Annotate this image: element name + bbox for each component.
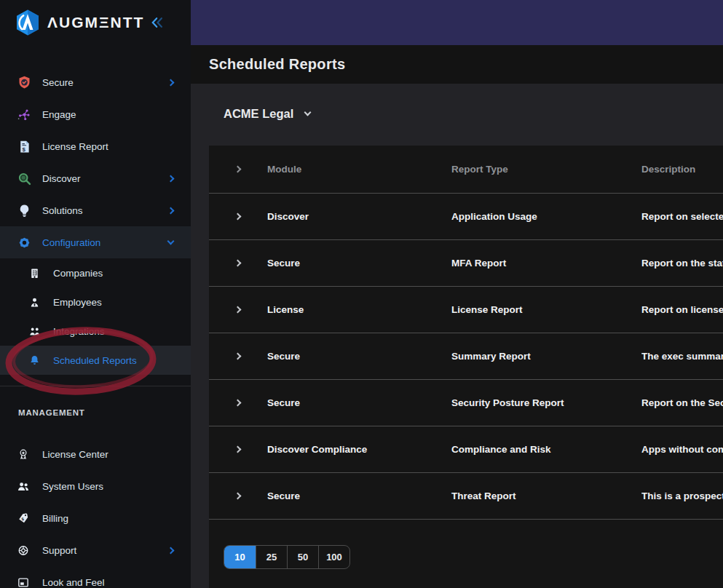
sidebar-item-engage[interactable]: Engage	[0, 98, 191, 130]
row-expand-icon[interactable]	[234, 400, 242, 407]
row-expand-icon[interactable]	[234, 493, 242, 500]
company-selector-label: ACME Legal	[224, 107, 293, 121]
management-nav: License CenterSystem Users$BillingSuppor…	[0, 438, 191, 588]
gear-icon	[15, 234, 33, 250]
sidebar-item-label: Support	[42, 545, 76, 556]
cell-module: Secure	[267, 397, 451, 408]
main-area: Scheduled Reports ACME Legal Module Repo…	[191, 0, 723, 588]
table-header-row: Module Report Type Description	[209, 146, 723, 194]
row-expand-icon[interactable]	[234, 260, 242, 267]
sidebar-item-label: Engage	[42, 109, 76, 120]
brand: ΛUGMΞNTT	[0, 0, 191, 45]
sidebar-item-companies[interactable]: Companies	[0, 258, 191, 287]
cell-module: Secure	[267, 490, 451, 501]
sidebar-item-label: Secure	[42, 77, 74, 88]
sidebar-item-license-center[interactable]: License Center	[0, 438, 191, 470]
sidebar-item-secure[interactable]: Secure	[0, 66, 191, 98]
sidebar-item-integrations[interactable]: Integrations	[0, 317, 191, 346]
chevron-right-icon	[167, 79, 175, 86]
sidebar-item-label: Companies	[53, 268, 103, 279]
column-header-description: Description	[641, 164, 723, 175]
table-body: DiscoverApplication UsageReport on selec…	[209, 194, 723, 520]
sidebar-item-label: Configuration	[42, 237, 100, 248]
invoice-icon: $	[15, 138, 33, 154]
sidebar-item-label: Billing	[42, 513, 68, 524]
table-row[interactable]: LicenseLicense ReportReport on license u	[209, 287, 723, 333]
users-icon	[17, 478, 30, 494]
chevron-right-icon	[167, 175, 175, 182]
magnifier-icon	[15, 170, 33, 186]
top-bar	[191, 0, 723, 45]
cell-module: Secure	[267, 258, 451, 269]
sidebar-item-label: Scheduled Reports	[53, 355, 137, 366]
sidebar-item-label: Look and Feel	[42, 577, 105, 588]
price-tag-icon: $	[17, 510, 30, 526]
cell-module: Discover Compliance	[267, 444, 451, 455]
cell-description: Apps without comp	[641, 444, 723, 455]
brand-wordmark: ΛUGMΞNTT	[47, 14, 144, 31]
sidebar-item-support[interactable]: Support	[0, 534, 191, 566]
chevron-right-icon	[167, 547, 175, 554]
page-title: Scheduled Reports	[209, 56, 345, 73]
sidebar-item-solutions[interactable]: Solutions	[0, 194, 191, 226]
lifebuoy-icon	[17, 542, 30, 558]
sidebar-item-system-users[interactable]: System Users	[0, 470, 191, 502]
sidebar-item-scheduled-reports[interactable]: Scheduled Reports	[0, 346, 191, 375]
cell-description: This is a prospectin	[641, 490, 723, 501]
sidebar-item-license-report[interactable]: $License Report	[0, 130, 191, 162]
lightbulb-icon	[15, 202, 33, 218]
building-icon	[28, 265, 41, 281]
management-section-label: MANAGEMENT	[0, 408, 191, 417]
company-selector[interactable]: ACME Legal	[224, 107, 310, 121]
row-expand-icon[interactable]	[234, 213, 242, 220]
window-icon	[17, 574, 30, 588]
sidebar: ΛUGMΞNTT SecureEngage$License ReportDisc…	[0, 0, 191, 588]
sidebar-item-look-and-feel[interactable]: Look and Feel	[0, 566, 191, 588]
sidebar-item-label: License Report	[42, 141, 108, 152]
table-row[interactable]: SecureSummary ReportThe exec summary	[209, 333, 723, 380]
cell-description: Report on the Secu	[641, 397, 723, 408]
shield-icon	[15, 74, 33, 90]
cell-description: The exec summary	[641, 351, 723, 362]
table-row[interactable]: Discover ComplianceCompliance and RiskAp…	[209, 426, 723, 473]
page-size-50[interactable]: 50	[287, 546, 318, 568]
cell-report-type: Security Posture Report	[451, 397, 641, 408]
bell-icon	[28, 352, 41, 368]
page-size-10[interactable]: 10	[224, 546, 256, 568]
sidebar-item-discover[interactable]: Discover	[0, 162, 191, 194]
sidebar-item-configuration[interactable]: Configuration	[0, 226, 191, 258]
page-size-100[interactable]: 100	[318, 546, 349, 568]
share-network-icon	[15, 106, 33, 122]
integrations-icon	[28, 323, 41, 339]
page-size-25[interactable]: 25	[256, 546, 287, 568]
cell-report-type: Threat Report	[451, 490, 641, 501]
table-row[interactable]: DiscoverApplication UsageReport on selec…	[209, 194, 723, 240]
chevron-right-icon	[167, 207, 175, 214]
cell-report-type: Compliance and Risk	[451, 444, 641, 455]
sidebar-item-label: System Users	[42, 481, 103, 492]
table-row[interactable]: SecureThreat ReportThis is a prospectin	[209, 473, 723, 520]
sidebar-item-label: Solutions	[42, 205, 83, 216]
employee-icon	[28, 294, 41, 310]
cell-description: Report on selected	[641, 211, 723, 222]
sidebar-item-billing[interactable]: $Billing	[0, 502, 191, 534]
cell-module: Discover	[267, 211, 451, 222]
sidebar-item-employees[interactable]: Employees	[0, 287, 191, 317]
sidebar-item-label: Employees	[53, 297, 102, 308]
row-expand-icon[interactable]	[234, 446, 242, 453]
sidebar-item-label: Discover	[42, 173, 81, 184]
cell-description: Report on the statu	[641, 258, 723, 269]
sidebar-item-label: License Center	[42, 449, 108, 460]
sidebar-divider	[0, 386, 191, 386]
table-row[interactable]: SecureMFA ReportReport on the statu	[209, 240, 723, 287]
row-expand-icon[interactable]	[234, 306, 242, 314]
sidebar-collapse-button[interactable]	[150, 15, 165, 30]
table-row[interactable]: SecureSecurity Posture ReportReport on t…	[209, 380, 723, 426]
sidebar-item-label: Integrations	[53, 326, 105, 337]
cell-module: Secure	[267, 351, 451, 362]
svg-text:$: $	[22, 146, 25, 152]
row-expand-icon[interactable]	[234, 353, 242, 360]
cell-report-type: Summary Report	[451, 351, 641, 362]
sidebar-nav: SecureEngage$License ReportDiscoverSolut…	[0, 66, 191, 375]
augmentt-logo-icon	[13, 8, 42, 37]
